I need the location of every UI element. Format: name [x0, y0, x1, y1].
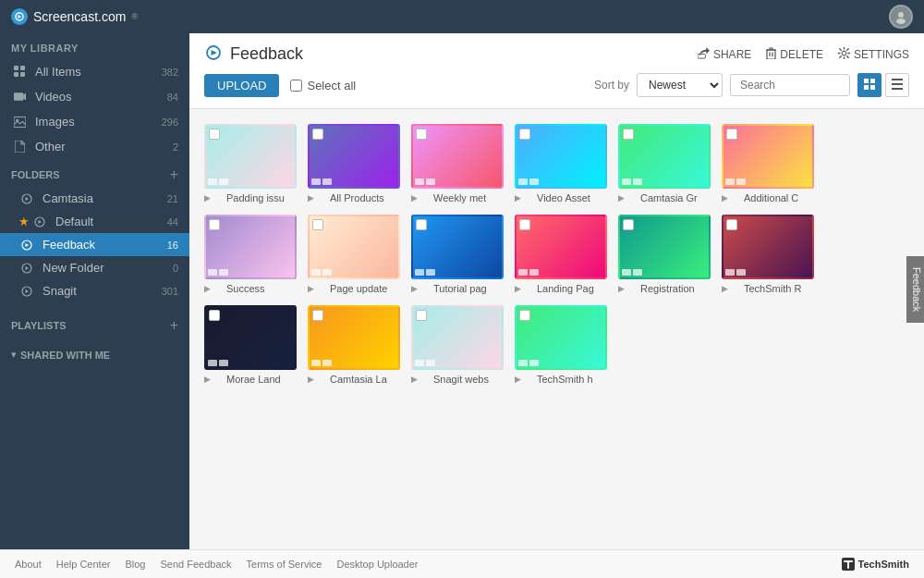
svg-rect-25	[767, 50, 775, 59]
media-item-11[interactable]: ▶ Registration	[618, 215, 711, 294]
media-item-6[interactable]: ▶ Additional C	[722, 124, 814, 203]
media-item-1[interactable]: ▶ Padding issu	[204, 124, 297, 203]
media-type-icon: ▶	[204, 284, 211, 293]
sidebar-item-camtasia[interactable]: Camtasia 21	[0, 187, 189, 210]
media-checkbox[interactable]	[519, 310, 530, 321]
sidebar-item-feedback[interactable]: Feedback 16	[0, 233, 189, 256]
select-all-checkbox-label[interactable]: Select all	[290, 79, 356, 92]
svg-marker-9	[23, 93, 26, 100]
media-item-8[interactable]: ▶ Page update	[308, 215, 400, 294]
media-label: ▶ Morae Land	[204, 374, 297, 385]
media-item-10[interactable]: ▶ Landing Pag	[515, 215, 607, 294]
media-item-12[interactable]: ▶ TechSmith R	[722, 215, 814, 294]
footer-help[interactable]: Help Center	[56, 559, 111, 570]
sidebar-item-other[interactable]: Other 2	[0, 134, 189, 159]
media-item-13[interactable]: ▶ Morae Land	[204, 305, 297, 385]
media-checkbox[interactable]	[623, 219, 634, 230]
shared-with-me-section-header[interactable]: ▾ Shared With Me	[0, 341, 189, 364]
folders-add-button[interactable]: +	[170, 166, 178, 183]
select-all-checkbox[interactable]	[290, 80, 302, 92]
media-item-5[interactable]: ▶ Camtasia Gr	[618, 124, 711, 203]
playlists-section-header: Playlists +	[0, 310, 189, 338]
media-checkbox[interactable]	[209, 129, 220, 140]
media-thumb	[308, 215, 400, 279]
media-label: ▶ Tutorial pag	[411, 283, 504, 294]
sort-select[interactable]: Newest Oldest Name A-Z Name Z-A	[637, 73, 723, 97]
media-checkbox[interactable]	[416, 129, 427, 140]
media-item-4[interactable]: ▶ Video Asset	[515, 124, 607, 203]
media-label: ▶ Video Asset	[515, 192, 607, 203]
app-logo: Screencast.com®	[11, 8, 138, 25]
media-controls	[311, 269, 332, 276]
media-item-16[interactable]: ▶ TechSmith h	[515, 305, 607, 385]
media-checkbox[interactable]	[519, 219, 530, 230]
media-ctrl	[736, 178, 746, 185]
media-ctrl	[633, 178, 642, 185]
media-checkbox[interactable]	[519, 129, 530, 140]
sidebar-item-images[interactable]: Images 296	[0, 109, 189, 134]
user-avatar[interactable]	[889, 5, 913, 29]
media-checkbox[interactable]	[726, 129, 737, 140]
list-view-button[interactable]	[885, 73, 909, 97]
svg-rect-10	[14, 117, 26, 127]
media-checkbox[interactable]	[312, 129, 323, 140]
media-checkbox[interactable]	[209, 310, 220, 321]
footer-terms[interactable]: Terms of Service	[247, 559, 322, 570]
footer-about[interactable]: About	[15, 559, 42, 570]
media-item-3[interactable]: ▶ Weekly met	[411, 124, 504, 203]
upload-button[interactable]: UPLOAD	[204, 74, 279, 97]
folders-label: Folders	[11, 169, 170, 180]
videos-label: Videos	[35, 90, 167, 104]
footer-blog[interactable]: Blog	[125, 559, 145, 570]
media-thumb	[515, 305, 607, 370]
media-item-15[interactable]: ▶ Snagit webs	[411, 305, 504, 385]
media-checkbox[interactable]	[726, 219, 737, 230]
svg-point-3	[896, 18, 906, 24]
media-checkbox[interactable]	[416, 219, 427, 230]
media-ctrl	[725, 178, 735, 185]
media-type-icon: ▶	[411, 284, 418, 293]
media-ctrl	[622, 178, 631, 185]
svg-rect-4	[14, 66, 18, 70]
svg-marker-19	[26, 266, 30, 270]
media-item-7[interactable]: ▶ Success	[204, 215, 297, 294]
media-checkbox[interactable]	[209, 219, 220, 230]
share-button[interactable]: SHARE	[698, 47, 751, 62]
media-checkbox[interactable]	[623, 129, 634, 140]
media-ctrl	[518, 178, 528, 185]
sidebar-item-all-items[interactable]: All Items 382	[0, 59, 189, 84]
content-grid: ▶ Padding issu ▶ All Products	[189, 109, 924, 549]
sidebar-item-videos[interactable]: Videos 84	[0, 84, 189, 109]
playlists-add-button[interactable]: +	[170, 317, 178, 334]
settings-button[interactable]: SETTINGS	[838, 47, 909, 62]
media-item-2[interactable]: ▶ All Products	[308, 124, 400, 203]
media-controls	[518, 269, 539, 276]
media-item-14[interactable]: ▶ Camtasia La	[308, 305, 400, 385]
sidebar-item-new-folder[interactable]: New Folder 0	[0, 256, 189, 279]
content-header: Feedback SHARE DELETE	[189, 33, 924, 109]
footer-desktop-uploader[interactable]: Desktop Uploader	[336, 559, 418, 570]
media-ctrl	[311, 360, 321, 366]
grid-view-button[interactable]	[857, 73, 881, 97]
sort-label: Sort by	[594, 79, 629, 92]
media-checkbox[interactable]	[312, 310, 323, 321]
svg-marker-13	[26, 197, 30, 201]
media-controls	[415, 269, 435, 276]
select-all-label: Select all	[307, 79, 356, 92]
feedback-tab[interactable]: Feedback	[906, 255, 924, 322]
search-input[interactable]	[730, 74, 850, 96]
techsmith-logo: TechSmith	[842, 558, 909, 571]
media-label-text: Padding issu	[226, 192, 285, 203]
media-checkbox[interactable]	[312, 219, 323, 230]
media-thumb	[722, 124, 814, 189]
images-count: 296	[162, 117, 178, 128]
footer-send-feedback[interactable]: Send Feedback	[160, 559, 231, 570]
delete-button[interactable]: DELETE	[766, 47, 823, 62]
media-checkbox[interactable]	[416, 310, 427, 321]
media-item-9[interactable]: ▶ Tutorial pag	[411, 215, 504, 294]
media-label: ▶ Snagit webs	[411, 374, 504, 385]
media-ctrl	[415, 269, 424, 276]
media-ctrl	[725, 269, 735, 276]
sidebar-item-default[interactable]: ★ Default 44	[0, 210, 189, 233]
sidebar-item-snagit[interactable]: Snagit 301	[0, 279, 189, 302]
